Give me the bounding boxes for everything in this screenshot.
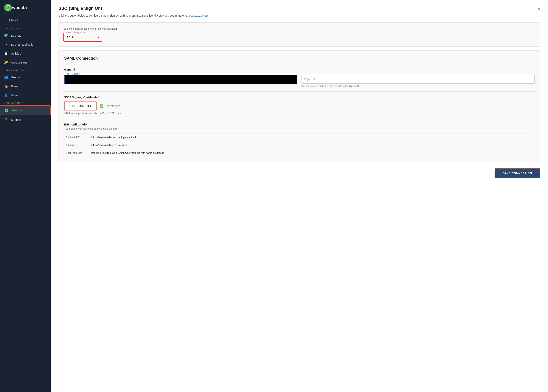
users-icon: 👤: [4, 93, 8, 97]
checkmark-icon: ✅: [100, 104, 104, 108]
sign-in-url-label: Sign In URL: [66, 73, 80, 75]
save-connection-row: SAVE CONNECTION: [58, 168, 540, 178]
logo-area: wasabi: [0, 0, 51, 15]
sign-out-url-group: Optional: when empty this field defaults…: [301, 75, 534, 87]
sidebar-item-access-keys[interactable]: 🔑 Access Keys: [0, 58, 51, 67]
cert-title: X509 Signing Certificate*: [64, 96, 534, 99]
your-account-section-label: Your Account: [0, 99, 51, 105]
collapse-icon[interactable]: ∧: [538, 6, 540, 11]
cert-section: X509 Signing Certificate* + CHOOSE FILE …: [64, 96, 534, 115]
sign-in-url-group: Sign In URL: [64, 75, 297, 87]
sso-desc-suffix: .: [209, 14, 209, 17]
idp-row-key-callback: Callback URL: [64, 133, 89, 141]
sso-description: Click the button below to configure Sing…: [58, 14, 540, 18]
support-label: Support: [11, 118, 21, 121]
file-attached-indicator: ✅ File attached: [100, 104, 120, 108]
users-groups-section-label: Users & Groups: [0, 67, 51, 73]
sso-title: SSO (Single Sign On): [58, 6, 102, 11]
buckets-label: Buckets: [11, 34, 21, 37]
menu-label: Menu: [9, 18, 18, 22]
wasabi-logo-icon: [4, 4, 12, 12]
sidebar-item-users[interactable]: 👤 Users: [0, 91, 51, 99]
sidebar-item-settings[interactable]: ⚙️ Settings: [0, 105, 51, 115]
save-connection-button[interactable]: SAVE CONNECTION: [495, 168, 540, 178]
users-label: Users: [11, 93, 19, 97]
saml-connection-title: SAML Connection: [64, 56, 534, 64]
cert-hint: SAML server public key encoded in PEM or…: [64, 112, 534, 115]
menu-toggle[interactable]: ☰ Menu: [0, 15, 51, 25]
access-keys-label: Access Keys: [11, 61, 28, 64]
help-icon: ❓: [4, 118, 8, 122]
idp-section: IDP configuration You need to configure …: [64, 123, 534, 157]
file-attached-label: File attached: [105, 105, 120, 108]
choose-file-button[interactable]: + CHOOSE FILE: [64, 102, 97, 111]
data-access-section-label: Data Access: [0, 25, 51, 31]
sso-desc-prefix: Click the button below to configure Sing…: [58, 14, 187, 17]
idp-row-value-audience: https://sso.wasabisys.com/saml: [89, 141, 534, 149]
docs-link[interactable]: docs.wasabi.com: [187, 14, 209, 17]
hamburger-icon: ☰: [4, 18, 7, 22]
logo-text: wasabi: [12, 5, 27, 10]
idp-title: IDP configuration: [64, 123, 534, 126]
sidebar-item-roles[interactable]: 🎭 Roles: [0, 82, 51, 91]
key-icon: 🔑: [4, 60, 8, 64]
select-config-float-label: Select Configuration: [65, 31, 86, 34]
select-config-card: Select connection type to start the conf…: [58, 22, 540, 47]
roles-icon: 🎭: [4, 84, 8, 88]
general-section-title: General: [64, 68, 534, 71]
cert-file-row: + CHOOSE FILE ✅ File attached: [64, 102, 534, 111]
bucket-icon: 🪣: [4, 33, 8, 38]
table-row: Callback URL https://sso.wasabisys.com/l…: [64, 133, 534, 141]
sidebar: wasabi ☰ Menu Data Access 🪣 Buckets ⟳ Bu…: [0, 0, 51, 392]
main-content: SSO (Single Sign On) ∧ Click the button …: [51, 0, 548, 392]
select-config-dropdown[interactable]: SAML OIDC: [63, 33, 102, 42]
policies-label: Policies: [11, 52, 21, 55]
table-row: User Attributes Pass the user role as a …: [64, 149, 534, 157]
sidebar-item-policies[interactable]: 📋 Policies: [0, 49, 51, 58]
sidebar-item-buckets[interactable]: 🪣 Buckets: [0, 31, 51, 40]
idp-desc: You need to configure the below details …: [64, 127, 534, 130]
roles-label: Roles: [11, 84, 18, 88]
settings-label: Settings: [11, 109, 23, 112]
select-config-wrapper: Select Configuration SAML OIDC ▼: [63, 33, 102, 42]
saml-connection-card: SAML Connection General Sign In URL Opti…: [58, 50, 540, 162]
sidebar-item-bucket-replication[interactable]: ⟳ Bucket Replication: [0, 40, 51, 49]
bucket-replication-label: Bucket Replication: [11, 43, 35, 46]
idp-row-key-audience: Audience: [64, 141, 89, 149]
url-fields-row: Sign In URL Optional: when empty this fi…: [64, 75, 534, 87]
sidebar-item-support[interactable]: ❓ Support: [0, 115, 51, 124]
select-config-card-label: Select connection type to start the conf…: [63, 27, 535, 30]
content-area: SSO (Single Sign On) ∧ Click the button …: [51, 0, 548, 392]
sign-in-url-input[interactable]: [64, 75, 297, 84]
sidebar-item-groups[interactable]: 👥 Groups: [0, 73, 51, 82]
groups-icon: 👥: [4, 75, 8, 79]
idp-row-value-user-attr: Pass the user role as a SAML UserAttribu…: [89, 149, 534, 157]
sso-header: SSO (Single Sign On) ∧: [58, 6, 540, 11]
idp-row-value-callback: https://sso.wasabisys.com/login/callback: [89, 133, 534, 141]
idp-row-key-user-attr: User Attributes: [64, 149, 89, 157]
sign-out-url-hint: Optional: when empty this field defaults…: [301, 85, 534, 87]
choose-file-label: CHOOSE FILE: [72, 105, 92, 108]
policies-icon: 📋: [4, 51, 8, 56]
sign-out-url-input[interactable]: [301, 75, 534, 84]
plus-icon: +: [69, 104, 71, 108]
groups-label: Groups: [11, 76, 21, 79]
replication-icon: ⟳: [4, 42, 8, 47]
table-row: Audience https://sso.wasabisys.com/saml: [64, 141, 534, 149]
gear-icon: ⚙️: [4, 108, 9, 112]
idp-table: Callback URL https://sso.wasabisys.com/l…: [64, 133, 534, 157]
